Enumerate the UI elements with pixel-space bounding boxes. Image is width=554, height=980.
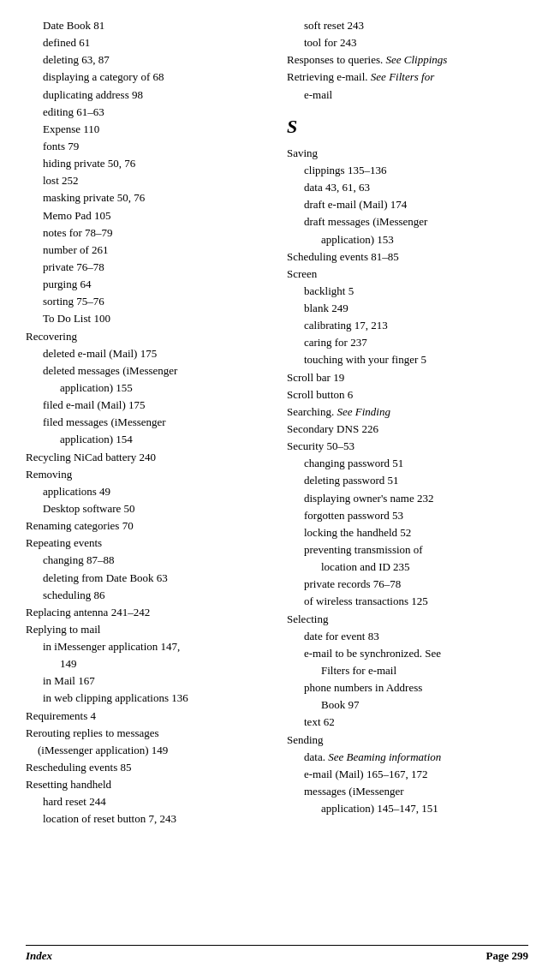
index-entry: deleting 63, 87 — [26, 51, 270, 69]
index-entry: in web clipping applications 136 — [26, 690, 270, 707]
index-entry: deleted e-mail (Mail) 175 — [26, 345, 270, 362]
index-entry: blank 249 — [287, 300, 528, 317]
index-entry: Selecting — [287, 611, 528, 628]
index-entry: 149 — [26, 655, 270, 672]
index-entry: Scroll button 6 — [287, 386, 528, 403]
index-entry: notes for 78–79 — [26, 224, 270, 242]
index-entry: deleting from Date Book 63 — [26, 570, 270, 587]
left-entries: Date Book 81defined 61deleting 63, 87dis… — [26, 17, 270, 828]
index-entry: messages (iMessenger — [287, 783, 528, 800]
index-entry: Rescheduling events 85 — [26, 759, 270, 776]
index-entry: Recovering — [26, 328, 270, 345]
index-entry: Saving — [287, 145, 528, 162]
index-entry: applications 49 — [26, 483, 270, 500]
index-entry: Removing — [26, 466, 270, 483]
index-entry: filed e-mail (Mail) 175 — [26, 397, 270, 414]
index-entry: fonts 79 — [26, 138, 270, 155]
index-entry: hard reset 244 — [26, 793, 270, 810]
index-entry: hiding private 50, 76 — [26, 155, 270, 172]
index-entry: e-mail — [287, 87, 528, 104]
index-entry: in iMessenger application 147, — [26, 638, 270, 655]
index-entry: phone numbers in Address — [287, 679, 528, 696]
index-entry: Scheduling events 81–85 — [287, 248, 528, 266]
index-entry: filed messages (iMessenger — [26, 414, 270, 431]
index-entry: calibrating 17, 213 — [287, 317, 528, 334]
index-entry: soft reset 243 — [287, 17, 528, 34]
index-entry: preventing transmission of — [287, 541, 528, 559]
index-entry: changing 87–88 — [26, 552, 270, 569]
index-entry: Security 50–53 — [287, 438, 528, 455]
footer-page-number: Page 299 — [486, 949, 528, 963]
index-entry: Book 97 — [287, 696, 528, 714]
index-entry: data 43, 61, 63 — [287, 179, 528, 196]
index-entry: defined 61 — [26, 34, 270, 51]
index-entry: S — [287, 112, 528, 141]
index-entry: scheduling 86 — [26, 587, 270, 604]
index-entry: Recycling NiCad battery 240 — [26, 449, 270, 466]
index-entry: displaying a category of 68 — [26, 69, 270, 86]
index-entry: tool for 243 — [287, 34, 528, 51]
index-entry: sorting 75–76 — [26, 293, 270, 310]
index-entry: Replacing antenna 241–242 — [26, 604, 270, 621]
index-entry: duplicating address 98 — [26, 87, 270, 104]
index-entry: Rerouting replies to messages — [26, 725, 270, 742]
index-entry: Scroll bar 19 — [287, 369, 528, 386]
index-entry: e-mail to be synchronized. See — [287, 645, 528, 662]
index-entry: private records 76–78 — [287, 576, 528, 593]
index-entry: deleting password 51 — [287, 472, 528, 489]
index-entry: lost 252 — [26, 172, 270, 189]
index-entry: Resetting handheld — [26, 776, 270, 793]
index-entry: locking the handheld 52 — [287, 524, 528, 541]
index-entry: Renaming categories 70 — [26, 517, 270, 535]
index-entry: date for event 83 — [287, 628, 528, 645]
index-entry: (iMessenger application) 149 — [26, 742, 270, 759]
index-entry: touching with your finger 5 — [287, 351, 528, 368]
index-entry: of wireless transactions 125 — [287, 593, 528, 610]
index-entry: Memo Pad 105 — [26, 207, 270, 224]
index-entry: Screen — [287, 266, 528, 283]
index-entry: masking private 50, 76 — [26, 189, 270, 206]
index-entry: Filters for e-mail — [287, 662, 528, 679]
index-entry: application) 153 — [287, 231, 528, 248]
index-entry: location and ID 235 — [287, 559, 528, 576]
right-column: soft reset 243tool for 243Responses to q… — [287, 17, 528, 828]
index-entry: Searching. See Finding — [287, 403, 528, 421]
index-entry: location of reset button 7, 243 — [26, 810, 270, 828]
right-entries: soft reset 243tool for 243Responses to q… — [287, 17, 528, 817]
index-entry: number of 261 — [26, 242, 270, 259]
index-entry: e-mail (Mail) 165–167, 172 — [287, 766, 528, 783]
index-entry: caring for 237 — [287, 334, 528, 351]
index-entry: backlight 5 — [287, 283, 528, 300]
index-entry: editing 61–63 — [26, 104, 270, 121]
index-entry: Repeating events — [26, 535, 270, 552]
index-entry: purging 64 — [26, 276, 270, 293]
footer: Index Page 299 — [26, 945, 528, 963]
index-entry: private 76–78 — [26, 259, 270, 276]
index-entry: displaying owner's name 232 — [287, 490, 528, 507]
index-entry: Date Book 81 — [26, 17, 270, 34]
index-entry: Retrieving e-mail. See Filters for — [287, 69, 528, 86]
index-entry: Responses to queries. See Clippings — [287, 51, 528, 69]
content-columns: Date Book 81defined 61deleting 63, 87dis… — [26, 17, 528, 828]
index-entry: deleted messages (iMessenger — [26, 362, 270, 379]
index-entry: draft e-mail (Mail) 174 — [287, 196, 528, 213]
index-entry: data. See Beaming information — [287, 749, 528, 766]
index-entry: changing password 51 — [287, 455, 528, 472]
page-container: Date Book 81defined 61deleting 63, 87dis… — [0, 0, 554, 980]
index-entry: application) 145–147, 151 — [287, 800, 528, 817]
index-entry: application) 155 — [26, 379, 270, 397]
index-entry: application) 154 — [26, 431, 270, 448]
index-entry: Secondary DNS 226 — [287, 421, 528, 438]
left-column: Date Book 81defined 61deleting 63, 87dis… — [26, 17, 270, 828]
index-entry: Desktop software 50 — [26, 500, 270, 517]
index-entry: text 62 — [287, 714, 528, 731]
index-entry: To Do List 100 — [26, 310, 270, 327]
index-entry: draft messages (iMessenger — [287, 213, 528, 230]
index-entry: Expense 110 — [26, 121, 270, 138]
footer-index-label: Index — [26, 949, 52, 963]
index-entry: forgotten password 53 — [287, 507, 528, 524]
index-entry: Requirements 4 — [26, 708, 270, 725]
index-entry: Sending — [287, 732, 528, 749]
index-entry: Replying to mail — [26, 621, 270, 638]
index-entry: in Mail 167 — [26, 672, 270, 690]
